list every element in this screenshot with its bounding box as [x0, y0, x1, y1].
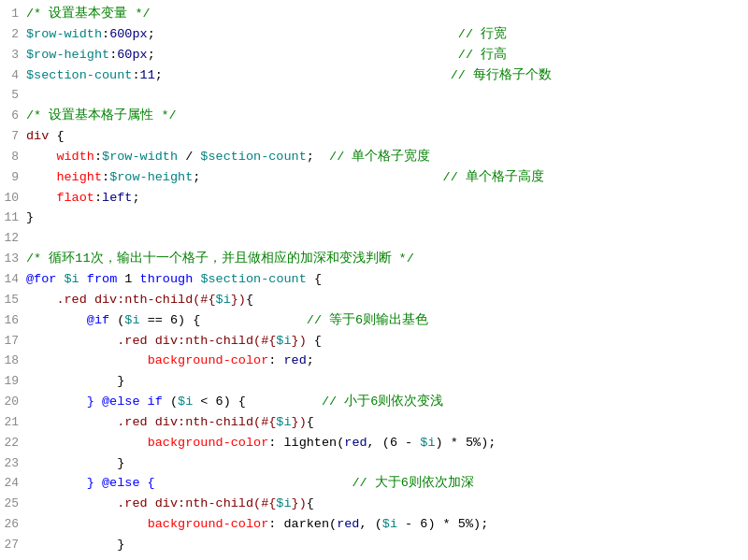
text-token: < — [193, 395, 215, 409]
selector-token: }) — [292, 415, 307, 429]
value-token: 60px — [117, 48, 147, 62]
line-number: 23 — [0, 455, 26, 473]
selector-token: }) — [292, 496, 307, 510]
space-token — [26, 395, 87, 409]
text-token: ; — [155, 68, 163, 82]
space-token — [163, 68, 451, 82]
line-content: } — [26, 372, 748, 391]
line-content: /* 设置基本格子属性 */ — [26, 107, 748, 125]
code-line: 28 } — [0, 555, 748, 560]
text-token: ; — [307, 150, 314, 164]
line-number: 25 — [0, 495, 26, 513]
text-token: : — [268, 436, 283, 450]
space-token — [26, 476, 87, 490]
code-line: 7div { — [0, 126, 748, 147]
code-line: 9 height:$row-height; // 单个格子高度 — [0, 167, 748, 188]
keyword-token: @if — [87, 313, 109, 327]
selector-token: .red div:nth-child(#{ — [117, 334, 276, 348]
line-content: } @else { // 大于6则依次加深 — [26, 474, 748, 493]
line-content — [26, 229, 748, 248]
number-token: 5 — [466, 436, 473, 450]
text-token: { — [307, 415, 314, 429]
line-number: 26 — [0, 516, 26, 534]
text-token: : — [102, 170, 109, 184]
variable-token: $row-height — [109, 170, 193, 184]
text-token: { — [307, 272, 322, 286]
variable-token: $i — [420, 436, 435, 450]
text-token: : — [132, 68, 139, 82]
code-line: 19 } — [0, 371, 748, 392]
line-content: background-color: lighten(red, (6 - $i) … — [26, 434, 748, 452]
variable-token: $i — [276, 415, 291, 429]
line-content: } — [26, 536, 748, 554]
text-token: ) * — [436, 436, 466, 450]
code-line: 3$row-height:60px; // 行高 — [0, 45, 748, 65]
propname-token: background-color — [148, 353, 269, 367]
propname-token: height — [56, 170, 102, 184]
code-line: 24 } @else { // 大于6则依次加深 — [0, 473, 748, 494]
line-content: background-color: darken(red, ($i - 6) *… — [26, 515, 748, 534]
number-token: 6 — [390, 436, 397, 450]
text-token: - — [397, 436, 420, 450]
line-number: 14 — [0, 271, 26, 289]
selector-token: }) — [231, 293, 246, 307]
space-token — [155, 476, 352, 490]
line-number: 1 — [0, 6, 26, 23]
text-token: ( — [329, 517, 337, 531]
variable-token: $section-count — [200, 150, 306, 164]
text-token: / — [178, 150, 200, 164]
comment-token: /* 设置基本变量 */ — [26, 7, 151, 21]
variable-token: $section-count — [200, 272, 306, 286]
comment-token: // 小于6则依次变浅 — [322, 395, 443, 409]
value-token: left — [102, 191, 132, 205]
code-line: 25 .red div:nth-child(#{$i}){ — [0, 494, 748, 514]
code-line: 20 } @else if ($i < 6) { // 小于6则依次变浅 — [0, 392, 748, 412]
line-number: 5 — [0, 87, 26, 105]
variable-token: $row-height — [26, 48, 109, 62]
line-content: height:$row-height; // 单个格子高度 — [26, 168, 748, 187]
line-content: /* 设置基本变量 */ — [26, 5, 748, 23]
text-token: { — [307, 496, 314, 510]
text-token: ) * — [427, 517, 457, 531]
propname-token: width — [56, 150, 94, 164]
text-token: { — [246, 293, 253, 307]
variable-token: $row-width — [102, 150, 178, 164]
text-token: : — [268, 353, 283, 367]
value-token: 11 — [140, 68, 155, 82]
selector-token: .red div:nth-child(#{ — [56, 293, 215, 307]
line-number: 4 — [0, 67, 26, 85]
variable-token: $i — [382, 517, 397, 531]
code-line: 13/* 循环11次，输出十一个格子，并且做相应的加深和变浅判断 */ — [0, 249, 748, 269]
text-token: ; — [148, 27, 155, 41]
keyword-token: } @else if — [87, 395, 163, 409]
line-number: 16 — [0, 312, 26, 330]
space-token — [26, 374, 117, 388]
space-token — [26, 496, 117, 510]
space-token — [26, 353, 148, 367]
space-token — [200, 313, 306, 327]
comment-token: // 等于6则输出基色 — [307, 313, 428, 327]
line-content: width:$row-width / $section-count; // 单个… — [26, 148, 748, 166]
line-content: $section-count:11; // 每行格子个数 — [26, 66, 748, 85]
line-content: .red div:nth-child(#{$i}){ — [26, 413, 748, 432]
space-token — [246, 395, 322, 409]
space-token — [26, 538, 117, 552]
line-content: $row-height:60px; // 行高 — [26, 46, 748, 65]
text-token: %); — [466, 517, 488, 531]
code-line: 11} — [0, 208, 748, 228]
number-token: 5 — [458, 517, 466, 531]
text-token: ( — [109, 313, 124, 327]
line-number: 3 — [0, 47, 26, 65]
variable-token: $i — [216, 293, 231, 307]
code-editor: 1/* 设置基本变量 */2$row-width:600px; // 行宽3$r… — [0, 0, 748, 560]
line-number: 2 — [0, 26, 26, 44]
comment-token: // 大于6则依次加深 — [352, 476, 473, 490]
line-content: @if ($i == 6) { // 等于6则输出基色 — [26, 311, 748, 330]
text-token: : — [94, 191, 102, 205]
text-token — [79, 272, 87, 286]
text-token: , ( — [367, 436, 390, 450]
space-token — [26, 334, 117, 348]
code-line: 15 .red div:nth-child(#{$i}){ — [0, 290, 748, 310]
number-token: 6 — [170, 313, 178, 327]
line-content — [26, 86, 748, 105]
